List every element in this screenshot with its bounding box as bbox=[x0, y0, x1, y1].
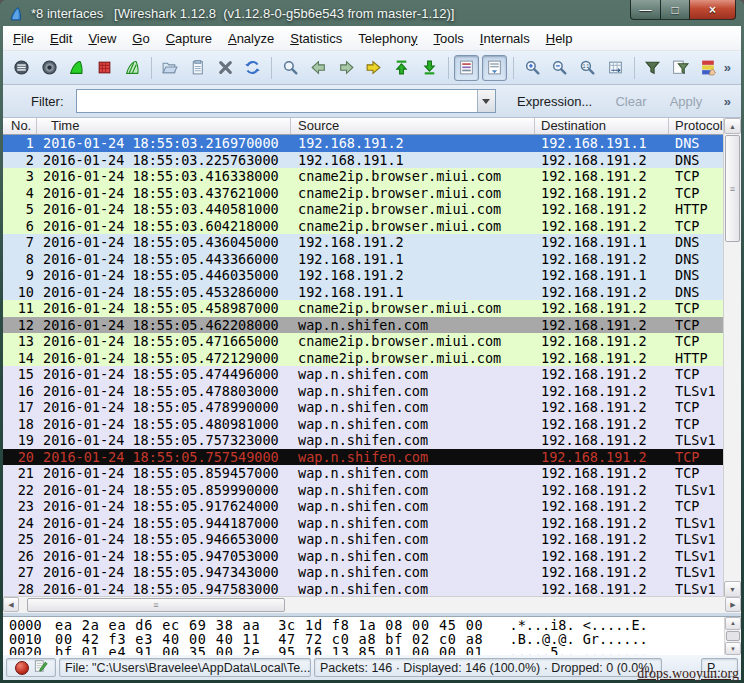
expression-button[interactable]: Expression... bbox=[511, 92, 598, 111]
find-packet-icon[interactable] bbox=[278, 55, 303, 81]
filter-input[interactable] bbox=[77, 90, 477, 112]
packet-row[interactable]: 82016-01-24 18:55:05.443366000192.168.19… bbox=[3, 251, 724, 268]
file-save-icon[interactable] bbox=[185, 55, 210, 81]
packet-row[interactable]: 72016-01-24 18:55:05.436045000192.168.19… bbox=[3, 234, 724, 251]
packet-row[interactable]: 102016-01-24 18:55:05.453286000192.168.1… bbox=[3, 284, 724, 301]
packet-row[interactable]: 162016-01-24 18:55:05.478803000wap.n.shi… bbox=[3, 383, 724, 400]
packet-row[interactable]: 202016-01-24 18:55:05.757549000wap.n.shi… bbox=[3, 449, 724, 466]
go-to-packet-icon[interactable] bbox=[361, 55, 386, 81]
packet-row[interactable]: 212016-01-24 18:55:05.859457000wap.n.shi… bbox=[3, 465, 724, 482]
menu-tools[interactable]: Tools bbox=[426, 28, 472, 49]
reload-icon[interactable] bbox=[241, 55, 266, 81]
capture-stop-icon[interactable] bbox=[92, 55, 117, 81]
capture-start-icon[interactable] bbox=[64, 55, 89, 81]
expert-info-icon[interactable] bbox=[15, 661, 29, 675]
packet-row[interactable]: 262016-01-24 18:55:05.947053000wap.n.shi… bbox=[3, 548, 724, 565]
packet-row[interactable]: 142016-01-24 18:55:05.472129000cname2ip.… bbox=[3, 350, 724, 367]
minimize-button[interactable]: — bbox=[630, 0, 661, 20]
go-back-icon[interactable] bbox=[306, 55, 331, 81]
capture-restart-icon[interactable] bbox=[120, 55, 145, 81]
scroll-right-icon[interactable]: ▶ bbox=[725, 597, 741, 612]
hscroll-track[interactable]: ≡ bbox=[19, 597, 725, 613]
coloring-rules-icon[interactable] bbox=[696, 55, 721, 81]
packet-row[interactable]: 192016-01-24 18:55:05.757323000wap.n.shi… bbox=[3, 432, 724, 449]
apply-button[interactable]: Apply bbox=[664, 92, 709, 111]
capture-comment-icon[interactable] bbox=[34, 659, 48, 676]
menu-analyze[interactable]: Analyze bbox=[220, 28, 282, 49]
packet-row[interactable]: 152016-01-24 18:55:05.474496000wap.n.shi… bbox=[3, 366, 724, 383]
menu-statistics[interactable]: Statistics bbox=[282, 28, 350, 49]
scroll-down-icon[interactable]: ▼ bbox=[724, 581, 741, 597]
packet-row[interactable]: 242016-01-24 18:55:05.944187000wap.n.shi… bbox=[3, 515, 724, 532]
autoscroll-toggle-icon[interactable] bbox=[482, 55, 507, 81]
packet-row[interactable]: 172016-01-24 18:55:05.478990000wap.n.shi… bbox=[3, 399, 724, 416]
menu-view[interactable]: View bbox=[80, 28, 124, 49]
hex-vscrollbar[interactable]: ▲ ▼ bbox=[724, 617, 741, 655]
resize-columns-icon[interactable] bbox=[603, 55, 628, 81]
packet-row[interactable]: 122016-01-24 18:55:05.462208000wap.n.shi… bbox=[3, 317, 724, 334]
hex-line[interactable]: 0020bf 01 e4 91 00 35 00 2e 95 16 13 85 … bbox=[9, 646, 741, 655]
packet-row[interactable]: 52016-01-24 18:55:03.440581000cname2ip.b… bbox=[3, 201, 724, 218]
column-header-destination[interactable]: Destination bbox=[535, 118, 669, 134]
zoom-in-icon[interactable] bbox=[520, 55, 545, 81]
menu-go[interactable]: Go bbox=[124, 28, 157, 49]
column-header-time[interactable]: Time bbox=[37, 118, 291, 134]
menu-capture[interactable]: Capture bbox=[158, 28, 220, 49]
hex-dump-pane[interactable]: 0000ea 2a ea d6 ec 69 38 aa 3c 1d f8 1a … bbox=[3, 616, 741, 655]
menu-edit[interactable]: Edit bbox=[42, 28, 80, 49]
packet-src: 192.168.191.1 bbox=[291, 284, 535, 301]
go-forward-icon[interactable] bbox=[334, 55, 359, 81]
display-filter-icon[interactable] bbox=[668, 55, 693, 81]
packet-row[interactable]: 12016-01-24 18:55:03.216970000192.168.19… bbox=[3, 135, 724, 152]
packet-list-vscrollbar[interactable]: ▲ ≡ ▼ bbox=[723, 118, 741, 597]
packet-row[interactable]: 112016-01-24 18:55:05.458987000cname2ip.… bbox=[3, 300, 724, 317]
packet-row[interactable]: 132016-01-24 18:55:05.471665000cname2ip.… bbox=[3, 333, 724, 350]
vscroll-thumb[interactable]: ≡ bbox=[725, 135, 740, 242]
filter-dropdown-button[interactable] bbox=[477, 90, 495, 112]
go-bottom-icon[interactable] bbox=[417, 55, 442, 81]
packet-row[interactable]: 222016-01-24 18:55:05.859990000wap.n.shi… bbox=[3, 482, 724, 499]
packet-row[interactable]: 32016-01-24 18:55:03.416338000cname2ip.b… bbox=[3, 168, 724, 185]
menu-internals[interactable]: Internals bbox=[472, 28, 538, 49]
title-bar[interactable]: *8 interfaces [Wireshark 1.12.8 (v1.12.8… bbox=[0, 0, 744, 26]
packet-row[interactable]: 272016-01-24 18:55:05.947343000wap.n.shi… bbox=[3, 564, 724, 581]
scroll-left-icon[interactable]: ◀ bbox=[3, 597, 19, 612]
colorize-toggle-icon[interactable] bbox=[454, 55, 479, 81]
file-open-icon[interactable] bbox=[157, 55, 182, 81]
close-button[interactable]: × bbox=[689, 0, 736, 20]
status-file[interactable]: File: "C:\Users\Bravelee\AppData\Local\T… bbox=[59, 658, 311, 677]
file-close-icon[interactable] bbox=[213, 55, 238, 81]
packet-row[interactable]: 282016-01-24 18:55:05.947583000wap.n.shi… bbox=[3, 581, 724, 598]
menu-telephony[interactable]: Telephony bbox=[350, 28, 425, 49]
packet-row[interactable]: 22016-01-24 18:55:03.225763000192.168.19… bbox=[3, 152, 724, 169]
menu-file[interactable]: File bbox=[5, 28, 42, 49]
packet-row[interactable]: 92016-01-24 18:55:05.446035000192.168.19… bbox=[3, 267, 724, 284]
packet-row[interactable]: 252016-01-24 18:55:05.946653000wap.n.shi… bbox=[3, 531, 724, 548]
vscroll-track[interactable] bbox=[724, 243, 741, 581]
packet-row[interactable]: 182016-01-24 18:55:05.480981000wap.n.shi… bbox=[3, 416, 724, 433]
column-header-no[interactable]: No. bbox=[3, 118, 37, 134]
packet-row[interactable]: 232016-01-24 18:55:05.917624000wap.n.shi… bbox=[3, 498, 724, 515]
scroll-up-icon[interactable]: ▲ bbox=[724, 118, 741, 134]
menu-help[interactable]: Help bbox=[538, 28, 581, 49]
packet-row[interactable]: 42016-01-24 18:55:03.437621000cname2ip.b… bbox=[3, 185, 724, 202]
list-interfaces-icon[interactable] bbox=[9, 55, 34, 81]
packet-row[interactable]: 62016-01-24 18:55:03.604218000cname2ip.b… bbox=[3, 218, 724, 235]
packet-list-hscrollbar[interactable]: ◀ ≡ ▶ bbox=[3, 596, 741, 613]
hex-scroll-down-icon[interactable]: ▼ bbox=[725, 642, 741, 655]
zoom-out-icon[interactable] bbox=[547, 55, 572, 81]
hex-scroll-thumb[interactable] bbox=[726, 631, 740, 642]
zoom-actual-icon[interactable]: 1:1 bbox=[575, 55, 600, 81]
toolbar-overflow-chevron[interactable]: » bbox=[724, 60, 731, 75]
clear-button[interactable]: Clear bbox=[609, 92, 652, 111]
filter-overflow-chevron[interactable]: » bbox=[724, 94, 731, 109]
maximize-button[interactable]: □ bbox=[661, 0, 689, 20]
column-header-source[interactable]: Source bbox=[291, 118, 535, 134]
column-header-protocol[interactable]: Protocol bbox=[669, 118, 724, 134]
filter-combobox[interactable] bbox=[76, 89, 496, 113]
capture-filter-icon[interactable] bbox=[640, 55, 665, 81]
hex-scroll-up-icon[interactable]: ▲ bbox=[725, 617, 741, 630]
hscroll-thumb[interactable]: ≡ bbox=[27, 598, 285, 612]
capture-options-icon[interactable] bbox=[37, 55, 62, 81]
go-top-icon[interactable] bbox=[389, 55, 414, 81]
